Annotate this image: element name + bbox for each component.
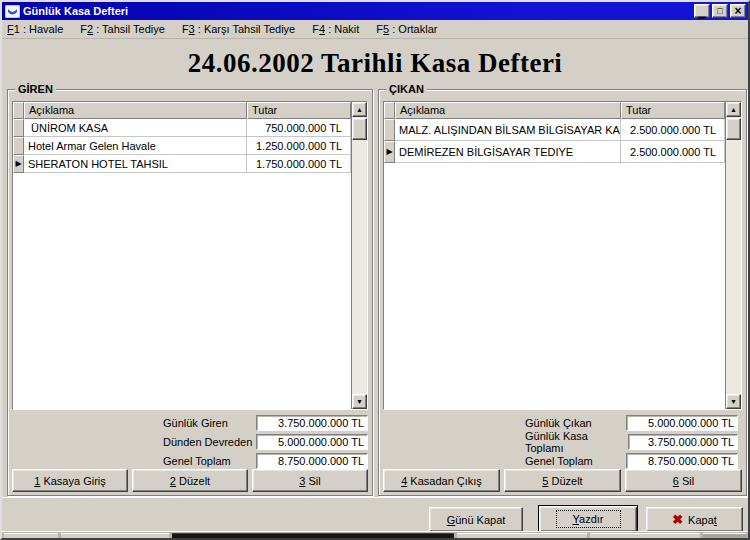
minimize-icon: ▁ xyxy=(699,9,706,18)
cikan-grid-header: Açıklama Tutar xyxy=(384,102,725,119)
giren-buttons: 1 Kasaya Giriş 2 Düzelt 3 Sil xyxy=(12,469,368,492)
cikan-column-header-tutar[interactable]: Tutar xyxy=(621,102,725,119)
scroll-down-icon: ▼ xyxy=(356,398,363,405)
cikan-row-aciklama: DEMİREZEN BİLGİSAYAR TEDIYE xyxy=(395,141,621,163)
yazdir-button-label: Yazdır xyxy=(556,510,621,528)
cikan-row-tutar: 2.500.000.000 TL xyxy=(621,141,725,163)
cikan-summary: Günlük Çıkan 5.000.000.000 TL Günlük Kas… xyxy=(383,415,738,472)
giren-row-aciklama: ÜNİROM KASA xyxy=(24,119,247,137)
cikan-table-row[interactable]: MALZ. ALIŞINDAN BİLSAM BİLGİSAYAR KASA 2… xyxy=(384,119,725,141)
menu-item-f5-ortaklar[interactable]: F5 : Ortaklar xyxy=(376,23,437,35)
giren-column-header-aciklama[interactable]: Açıklama xyxy=(24,102,247,119)
giren-genel-toplam-label: Genel Toplam xyxy=(163,455,231,467)
current-record-icon: ▶ xyxy=(15,160,21,168)
giren-table-row[interactable]: ÜNİROM KASA 750.000.000 TL xyxy=(13,119,351,137)
scrollbar-thumb[interactable] xyxy=(726,118,741,140)
giren-row-aciklama: SHERATON HOTEL TAHSIL xyxy=(24,155,247,173)
scroll-up-button[interactable]: ▲ xyxy=(726,102,741,117)
cikan-table-row-current[interactable]: ▶ DEMİREZEN BİLGİSAYAR TEDIYE 2.500.000.… xyxy=(384,141,725,163)
cikan-duzelt-button[interactable]: 5 Düzelt xyxy=(504,469,621,492)
menu-bar: F1 : Havale F2 : Tahsil Tediye F3 : Karş… xyxy=(2,20,748,39)
taskbar-tray-segment xyxy=(703,533,746,538)
giren-group-label: GİREN xyxy=(15,83,56,95)
giren-table-row[interactable]: Hotel Armar Gelen Havale 1.250.000.000 T… xyxy=(13,137,351,155)
scrollbar-track[interactable] xyxy=(352,140,367,394)
giren-vertical-scrollbar[interactable]: ▲ ▼ xyxy=(351,102,367,409)
close-icon: × xyxy=(734,5,741,17)
scroll-down-button[interactable]: ▼ xyxy=(352,394,367,409)
cikan-row-aciklama: MALZ. ALIŞINDAN BİLSAM BİLGİSAYAR KASA xyxy=(395,119,621,141)
gunluk-kasa-toplami-field[interactable]: 3.750.000.000 TL xyxy=(628,434,738,450)
cikan-vertical-scrollbar[interactable]: ▲ ▼ xyxy=(725,102,741,409)
scroll-down-button[interactable]: ▼ xyxy=(726,394,741,409)
giren-summary: Günlük Giren 3.750.000.000 TL Dünden Dev… xyxy=(12,415,368,472)
kapat-button[interactable]: ✖ Kapat xyxy=(646,507,743,532)
footer-bar: Günü Kapat Yazdır ✖ Kapat xyxy=(2,497,748,535)
giren-row-tutar: 750.000.000 TL xyxy=(247,119,351,137)
giren-sil-button[interactable]: 3 Sil xyxy=(252,469,368,492)
close-x-icon: ✖ xyxy=(672,513,683,526)
giren-table-row-current[interactable]: ▶ SHERATON HOTEL TAHSIL 1.750.000.000 TL xyxy=(13,155,351,173)
scroll-up-icon: ▲ xyxy=(730,106,737,113)
row-indicator-cell: ▶ xyxy=(384,141,395,163)
cikan-row-tutar: 2.500.000.000 TL xyxy=(621,119,725,141)
cikan-indicator-header-cell xyxy=(384,102,395,119)
close-button[interactable]: × xyxy=(730,4,746,18)
giren-row-tutar: 1.250.000.000 TL xyxy=(247,137,351,155)
maximize-icon: □ xyxy=(717,7,722,16)
menu-item-f2-tahsil-tediye[interactable]: F2 : Tahsil Tediye xyxy=(80,23,165,35)
gunluk-kasa-toplami-label: Günlük Kasa Toplamı xyxy=(525,430,628,454)
scroll-up-icon: ▲ xyxy=(356,106,363,113)
giren-column-header-tutar[interactable]: Tutar xyxy=(247,102,351,119)
kasaya-giris-button[interactable]: 1 Kasaya Giriş xyxy=(12,469,128,492)
yazdir-button[interactable]: Yazdır xyxy=(538,505,638,533)
giren-genel-toplam-field[interactable]: 8.750.000.000 TL xyxy=(256,453,368,469)
cikan-sil-button[interactable]: 6 Sil xyxy=(625,469,742,492)
taskbar-active-window-button[interactable] xyxy=(172,533,454,538)
giren-duzelt-button[interactable]: 2 Düzelt xyxy=(132,469,248,492)
page-title: 24.06.2002 Tarihli Kasa Defteri xyxy=(188,48,563,79)
dunden-devreden-field[interactable]: 5.000.000.000 TL xyxy=(256,434,368,450)
row-indicator-cell xyxy=(384,119,395,141)
menu-item-f1-havale[interactable]: F1 : Havale xyxy=(7,23,63,35)
gunluk-giren-label: Günlük Giren xyxy=(163,417,228,429)
giren-grid-header: Açıklama Tutar xyxy=(13,102,351,119)
giren-row-tutar: 1.750.000.000 TL xyxy=(247,155,351,173)
title-bar: Günlük Kasa Defteri ▁ □ × xyxy=(2,2,748,20)
app-window: Günlük Kasa Defteri ▁ □ × F1 : Havale F2… xyxy=(0,0,750,540)
gunu-kapat-button[interactable]: Günü Kapat xyxy=(429,507,523,532)
taskbar-segment xyxy=(61,533,169,538)
giren-grid: Açıklama Tutar ÜNİROM KASA 750.000.000 T… xyxy=(12,101,368,410)
minimize-button[interactable]: ▁ xyxy=(694,4,710,18)
scroll-down-icon: ▼ xyxy=(730,398,737,405)
scrollbar-track[interactable] xyxy=(726,140,741,394)
scroll-up-button[interactable]: ▲ xyxy=(352,102,367,117)
page-header: 24.06.2002 Tarihli Kasa Defteri xyxy=(2,39,748,87)
giren-indicator-header-cell xyxy=(13,102,24,119)
cikan-group-label: ÇIKAN xyxy=(386,83,427,95)
cikan-genel-toplam-label: Genel Toplam xyxy=(525,455,593,467)
current-record-icon: ▶ xyxy=(386,148,392,156)
row-indicator-cell: ▶ xyxy=(13,155,24,173)
row-indicator-cell xyxy=(13,119,24,137)
menu-item-f4-nakit[interactable]: F4 : Nakit xyxy=(312,23,359,35)
giren-groupbox: GİREN Açıklama Tutar ÜNİROM KASA 750.000… xyxy=(7,89,373,496)
cikan-genel-toplam-field[interactable]: 8.750.000.000 TL xyxy=(626,453,738,469)
scrollbar-thumb[interactable] xyxy=(352,118,367,140)
cikan-grid: Açıklama Tutar MALZ. ALIŞINDAN BİLSAM Bİ… xyxy=(383,101,742,410)
taskbar-segment xyxy=(457,533,587,538)
kapat-button-label: Kapat xyxy=(688,514,717,526)
row-indicator-cell xyxy=(13,137,24,155)
dunden-devreden-label: Dünden Devreden xyxy=(163,436,252,448)
taskbar-strip xyxy=(2,531,748,538)
app-icon xyxy=(5,5,20,18)
maximize-button[interactable]: □ xyxy=(712,4,728,18)
gunluk-cikan-field[interactable]: 5.000.000.000 TL xyxy=(626,415,738,431)
kasadan-cikis-button[interactable]: 4 Kasadan Çıkış xyxy=(383,469,500,492)
taskbar-start-segment xyxy=(4,533,58,538)
cikan-column-header-aciklama[interactable]: Açıklama xyxy=(395,102,621,119)
window-title: Günlük Kasa Defteri xyxy=(23,5,692,17)
menu-item-f3-karsi-tahsil-tediye[interactable]: F3 : Karşı Tahsil Tediye xyxy=(182,23,295,35)
gunluk-giren-field[interactable]: 3.750.000.000 TL xyxy=(256,415,368,431)
giren-row-aciklama: Hotel Armar Gelen Havale xyxy=(24,137,247,155)
